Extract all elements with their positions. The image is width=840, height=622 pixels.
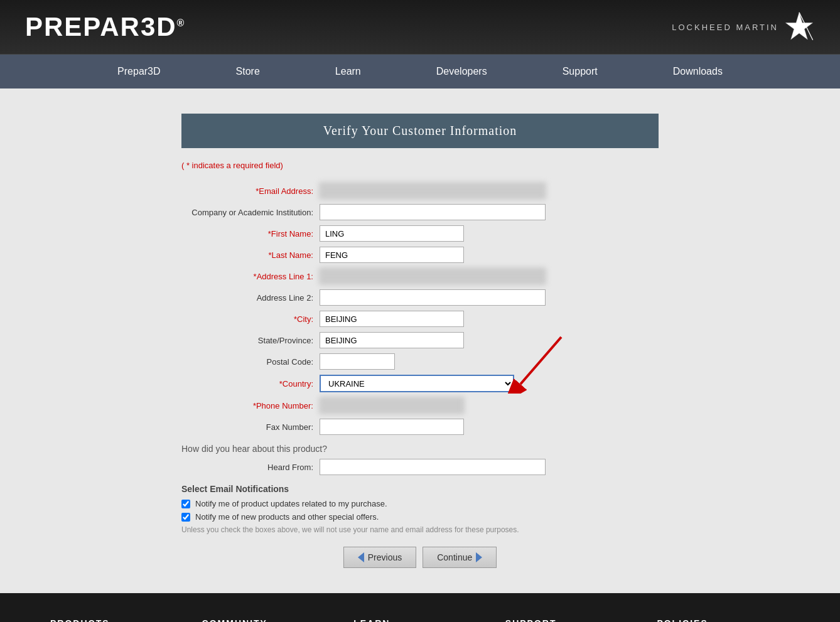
logo-sup: ® <box>177 18 186 28</box>
footer: PRODUCTS Prepar3D Overview License Optio… <box>0 593 840 622</box>
footer-grid: PRODUCTS Prepar3D Overview License Optio… <box>50 618 790 622</box>
lm-logo-container: LOCKHEED MARTIN <box>672 11 815 43</box>
privacy-note: Unless you check the boxes above, we wil… <box>181 525 659 534</box>
country-select-container: UKRAINE CHINA UNITED STATES <box>320 375 514 392</box>
checkbox2-row: Notify me of new products and other spec… <box>181 512 659 522</box>
address2-row: Address Line 2: <box>181 289 659 306</box>
firstname-row: *First Name: <box>181 225 659 242</box>
nav-item-downloads[interactable]: Downloads <box>635 55 760 88</box>
country-row: *Country: UKRAINE CHINA UNITED STATES <box>181 375 659 392</box>
email-notif-heading: Select Email Notifications <box>181 484 659 494</box>
lastname-row: *Last Name: <box>181 247 659 263</box>
nav-item-learn[interactable]: Learn <box>298 55 399 88</box>
form-section: Verify Your Customer Information ( * ind… <box>181 114 659 568</box>
previous-arrow-icon <box>358 552 364 562</box>
email-input[interactable] <box>320 183 546 199</box>
lm-logo-text: LOCKHEED MARTIN <box>672 23 778 32</box>
nav-item-store[interactable]: Store <box>198 55 298 88</box>
required-note: ( * indicates a required field) <box>181 161 659 170</box>
footer-col-community: COMMUNITY Latest News Forum Prepar3D SDK… <box>202 618 335 622</box>
main-content: Verify Your Customer Information ( * ind… <box>0 88 840 593</box>
state-row: State/Province: <box>181 332 659 348</box>
address1-input[interactable] <box>320 268 546 284</box>
button-row: Previous Continue <box>181 547 659 568</box>
footer-title-learn: LEARN <box>353 618 487 622</box>
company-label: Company or Academic Institution: <box>181 208 320 217</box>
svg-marker-0 <box>785 13 812 40</box>
lastname-input[interactable] <box>320 247 464 263</box>
phone-row: *Phone Number: <box>181 397 659 414</box>
email-notifications-section: Select Email Notifications Notify me of … <box>181 484 659 534</box>
address1-row: *Address Line 1: <box>181 268 659 284</box>
city-input[interactable] <box>320 311 464 327</box>
city-label: *City: <box>181 314 320 324</box>
nav-item-prepar3d[interactable]: Prepar3D <box>80 55 198 88</box>
lm-logo-icon <box>783 11 815 43</box>
footer-col-learn: LEARN Experience Vehicles Image Gallery … <box>353 618 487 622</box>
footer-col-support: SUPPORT FAQ Refund Policy Add-On Install… <box>505 618 638 622</box>
address2-input[interactable] <box>320 289 546 306</box>
address1-label: *Address Line 1: <box>181 272 320 281</box>
main-nav: Prepar3D Store Learn Developers Support … <box>0 55 840 88</box>
firstname-input[interactable] <box>320 225 464 242</box>
previous-button[interactable]: Previous <box>343 547 416 568</box>
heard-from-label: Heard From: <box>181 463 320 472</box>
fax-input[interactable] <box>320 419 464 435</box>
address2-label: Address Line 2: <box>181 293 320 303</box>
form-title: Verify Your Customer Information <box>181 114 659 148</box>
continue-arrow-icon <box>476 552 482 562</box>
postal-input[interactable] <box>320 353 395 370</box>
postal-label: Postal Code: <box>181 357 320 367</box>
footer-title-policies: POLICIES <box>657 618 790 622</box>
checkbox2[interactable] <box>181 513 190 522</box>
logo-text: PREPAR3D® <box>25 12 185 41</box>
fax-row: Fax Number: <box>181 419 659 435</box>
state-input[interactable] <box>320 332 464 348</box>
email-row: *Email Address: <box>181 183 659 199</box>
phone-input[interactable] <box>320 397 464 414</box>
footer-col-policies: POLICIES Privacy Policy End-User License… <box>657 618 790 622</box>
email-label: *Email Address: <box>181 186 320 196</box>
company-input[interactable] <box>320 204 546 220</box>
company-row: Company or Academic Institution: <box>181 204 659 220</box>
continue-button[interactable]: Continue <box>423 547 497 568</box>
footer-title-products: PRODUCTS <box>50 618 183 622</box>
postal-row: Postal Code: <box>181 353 659 370</box>
previous-label: Previous <box>368 552 402 562</box>
continue-label: Continue <box>437 552 472 562</box>
logo: PREPAR3D® <box>25 12 185 42</box>
nav-item-support[interactable]: Support <box>525 55 635 88</box>
fax-label: Fax Number: <box>181 422 320 432</box>
country-select[interactable]: UKRAINE CHINA UNITED STATES <box>320 375 514 392</box>
checkbox1[interactable] <box>181 500 190 508</box>
firstname-label: *First Name: <box>181 229 320 239</box>
checkbox1-row: Notify me of product updates related to … <box>181 499 659 508</box>
footer-title-support: SUPPORT <box>505 618 638 622</box>
heard-from-input[interactable] <box>320 459 546 475</box>
heard-from-section: How did you hear about this product? Hea… <box>181 444 659 475</box>
checkbox2-label: Notify me of new products and other spec… <box>195 512 379 522</box>
nav-item-developers[interactable]: Developers <box>399 55 525 88</box>
phone-label: *Phone Number: <box>181 401 320 410</box>
checkbox1-label: Notify me of product updates related to … <box>195 499 387 508</box>
city-row: *City: <box>181 311 659 327</box>
heard-from-heading: How did you hear about this product? <box>181 444 659 454</box>
footer-title-community: COMMUNITY <box>202 618 335 622</box>
heard-from-row: Heard From: <box>181 459 659 475</box>
header: PREPAR3D® LOCKHEED MARTIN <box>0 0 840 55</box>
lastname-label: *Last Name: <box>181 250 320 260</box>
footer-col-products: PRODUCTS Prepar3D Overview License Optio… <box>50 618 183 622</box>
country-label: *Country: <box>181 379 320 389</box>
state-label: State/Province: <box>181 336 320 345</box>
